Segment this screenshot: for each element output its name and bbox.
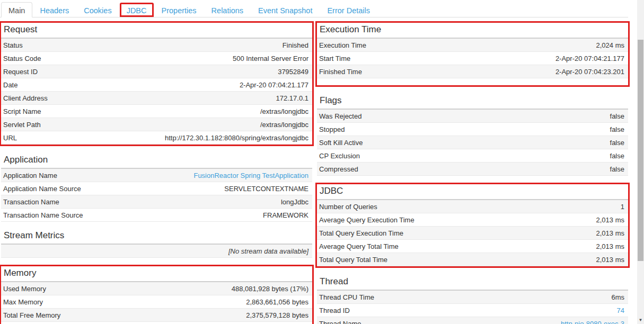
row-label: Start Time (319, 55, 350, 62)
tab-relations[interactable]: Relations (204, 2, 251, 17)
row-value: false (610, 165, 624, 173)
tab-bar: MainHeadersCookiesJDBCPropertiesRelation… (0, 0, 644, 17)
section-execution-time: Execution TimeExecution Time2,024 msStar… (315, 21, 630, 87)
row-label: Thread CPU Time (319, 293, 374, 301)
row-value: 2-Apr-20 07:04:23.201 (555, 68, 624, 76)
tab-jdbc[interactable]: JDBC (119, 2, 154, 17)
row-label: Soft Kill Active (319, 139, 363, 147)
row-value: /extras/longjdbc (260, 121, 308, 129)
table-row: Total Free Memory2,375,579,128 bytes (1, 309, 312, 322)
row-value: 2,013 ms (596, 242, 624, 250)
table-row: [No stream data available] (1, 245, 312, 258)
section-stream-metrics: Stream Metrics[No stream data available] (1, 229, 312, 258)
row-value-link[interactable]: 74 (617, 307, 624, 314)
section-title-execution-time: Execution Time (317, 23, 628, 39)
row-value: Finished (283, 41, 308, 49)
table-row: Used Memory488,081,928 bytes (17%) (1, 282, 312, 295)
row-value: 2-Apr-20 07:04:21.177 (240, 81, 308, 89)
request-detail-main: RequestStatusFinishedStatus Code500 Inte… (0, 17, 644, 324)
table-row: Start Time2-Apr-20 07:04:21.177 (317, 52, 628, 65)
table-row: StatusFinished (1, 39, 312, 52)
row-value: SERVLETCONTEXTNAME (224, 185, 308, 193)
row-value: 500 Internal Server Error (233, 55, 308, 62)
row-value: 172.17.0.1 (276, 94, 308, 102)
section-title-memory: Memory (1, 266, 312, 282)
tab-properties[interactable]: Properties (154, 2, 204, 17)
row-value: FRAMEWORK (263, 211, 308, 219)
vertical-scrollbar[interactable]: ▼ (637, 0, 644, 324)
row-value-link[interactable]: FusionReactor Spring TestApplication (193, 172, 308, 179)
row-value: 2-Apr-20 07:04:21.177 (555, 55, 624, 62)
row-label: Transaction Name Source (3, 211, 83, 219)
table-row: URLhttp://172.30.1.182:8080/spring/extra… (1, 131, 312, 145)
row-label: Average Query Execution Time (319, 216, 414, 224)
row-label: CP Exclusion (319, 152, 360, 160)
row-value: false (610, 139, 624, 147)
section-application: ApplicationApplication NameFusionReactor… (1, 153, 312, 222)
table-row: Client Address172.17.0.1 (1, 92, 312, 105)
row-label: Status (3, 41, 23, 49)
row-label: Application Name Source (3, 185, 81, 193)
table-row: Was Rejectedfalse (317, 110, 628, 123)
row-label: Total Query Total Time (319, 256, 387, 264)
table-row: Execution Time2,024 ms (317, 39, 628, 52)
row-label: Finished Time (319, 68, 362, 76)
row-value: 6ms (611, 293, 624, 301)
row-label: Servlet Path (3, 121, 41, 129)
row-value: 1 (621, 203, 624, 211)
row-label: Number of Queries (319, 203, 377, 211)
section-title-thread: Thread (317, 275, 628, 291)
table-row: Total Query Total Time2,013 ms (317, 253, 628, 266)
section-title-flags: Flags (317, 94, 628, 110)
column-left: RequestStatusFinishedStatus Code500 Inte… (1, 21, 312, 324)
table-row: Thread ID74 (317, 304, 628, 317)
tab-event-snapshot[interactable]: Event Snapshot (251, 2, 320, 17)
row-label: Max Memory (3, 298, 43, 306)
row-label: Total Free Memory (3, 311, 60, 319)
table-row: Number of Queries1 (317, 200, 628, 213)
table-row: Application Name SourceSERVLETCONTEXTNAM… (1, 182, 312, 195)
row-value: /extras/longjdbc (260, 107, 308, 115)
section-title-stream-metrics: Stream Metrics (1, 229, 312, 245)
table-row: Servlet Path/extras/longjdbc (1, 118, 312, 131)
table-row: Thread CPU Time6ms (317, 291, 628, 304)
section-flags: FlagsWas RejectedfalseStoppedfalseSoft K… (317, 94, 628, 176)
tab-error-details[interactable]: Error Details (320, 2, 377, 17)
section-title-jdbc: JDBC (317, 184, 628, 200)
table-row: Total Query Execution Time2,013 ms (317, 227, 628, 240)
tab-headers[interactable]: Headers (32, 2, 76, 17)
table-row: Date2-Apr-20 07:04:21.177 (1, 78, 312, 92)
section-request: RequestStatusFinishedStatus Code500 Inte… (0, 21, 314, 146)
tab-cookies[interactable]: Cookies (76, 2, 119, 17)
row-label: Application Name (3, 172, 57, 179)
row-value: longJdbc (281, 198, 308, 206)
section-jdbc: JDBCNumber of Queries1Average Query Exec… (315, 183, 630, 268)
row-label: Request ID (3, 68, 38, 76)
table-row: Average Query Total Time2,013 ms (317, 240, 628, 253)
row-value: 37952849 (278, 68, 308, 76)
scrollbar-down-button[interactable]: ▼ (637, 316, 644, 323)
table-row: Script Name/extras/longjdbc (1, 105, 312, 118)
row-label: URL (3, 134, 17, 142)
row-label: Thread Name (319, 320, 361, 324)
table-row: Soft Kill Activefalse (317, 136, 628, 149)
row-value: [No stream data available] (228, 247, 308, 255)
table-row: Average Query Execution Time2,013 ms (317, 213, 628, 227)
table-row: Transaction Name SourceFRAMEWORK (1, 209, 312, 222)
table-row: Application NameFusionReactor Spring Tes… (1, 169, 312, 182)
row-label: Total Query Execution Time (319, 229, 403, 237)
row-value: 2,013 ms (596, 229, 624, 237)
row-value-link[interactable]: http-nio-8080-exec-3 (561, 320, 624, 324)
row-value: 488,081,928 bytes (17%) (232, 285, 308, 293)
table-row: Compressedfalse (317, 163, 628, 176)
tab-main[interactable]: Main (1, 2, 32, 17)
row-label: Average Query Total Time (319, 242, 399, 250)
scrollbar-thumb[interactable] (638, 40, 643, 261)
row-value: false (610, 152, 624, 160)
table-row: Finished Time2-Apr-20 07:04:23.201 (317, 65, 628, 78)
section-memory: MemoryUsed Memory488,081,928 bytes (17%)… (0, 265, 314, 324)
row-label: Stopped (319, 125, 345, 133)
row-label: Script Name (3, 107, 41, 115)
section-title-request: Request (1, 23, 312, 39)
row-label: Execution Time (319, 41, 366, 49)
